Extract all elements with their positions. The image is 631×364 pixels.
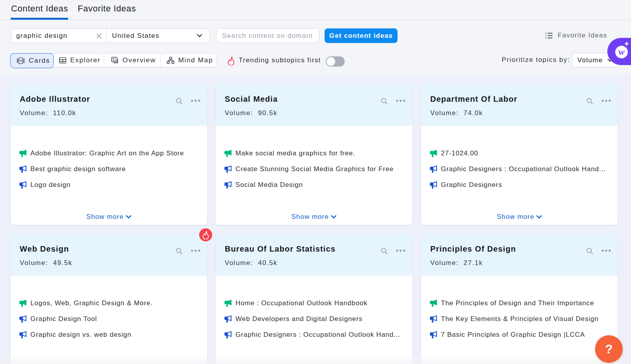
svg-text:w: w: [618, 47, 625, 57]
